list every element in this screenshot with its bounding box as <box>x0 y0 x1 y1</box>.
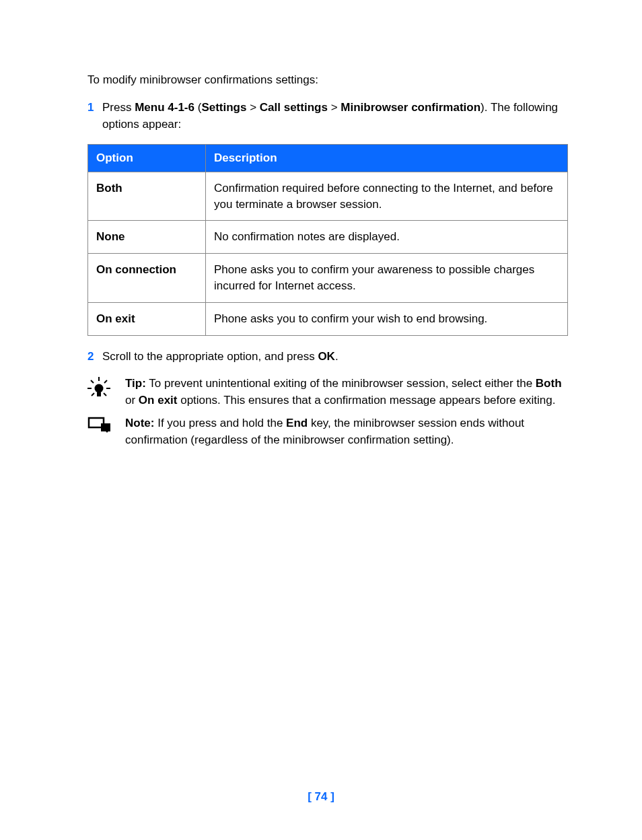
step-2: 2 Scroll to the appropriate option, and … <box>87 348 568 365</box>
tip-text: Tip: To prevent unintentional exiting of… <box>125 376 568 409</box>
opt-both: Both <box>536 377 562 390</box>
option-desc: No confirmation notes are displayed. <box>206 221 568 254</box>
svg-line-5 <box>92 393 94 396</box>
sep: > <box>328 101 341 114</box>
tip-label: Tip: <box>125 377 146 390</box>
table-header-row: Option Description <box>88 144 568 172</box>
tip-callout: Tip: To prevent unintentional exiting of… <box>87 376 568 409</box>
crumb-settings: Settings <box>201 101 246 114</box>
note-label: Note: <box>125 417 154 429</box>
note-callout: Note: If you press and hold the End key,… <box>87 415 568 448</box>
intro-text: To modify minibrowser confirmations sett… <box>87 72 568 88</box>
document-page: To modify minibrowser confirmations sett… <box>0 0 642 840</box>
table-row: None No confirmation notes are displayed… <box>88 221 568 254</box>
option-name: On exit <box>88 302 206 335</box>
col-option: Option <box>88 144 206 172</box>
note-icon <box>87 415 125 448</box>
text: Scroll to the appropriate option, and pr… <box>102 350 318 363</box>
tip-icon <box>87 376 125 409</box>
table-row: Both Confirmation required before connec… <box>88 172 568 221</box>
opt-on-exit: On exit <box>139 394 178 407</box>
text: options. This ensures that a confirmatio… <box>177 394 555 407</box>
step-number: 2 <box>87 348 102 365</box>
menu-code: Menu 4-1-6 <box>135 101 194 114</box>
step-1: 1 Press Menu 4-1-6 (Settings > Call sett… <box>87 99 568 133</box>
crumb-minibrowser: Minibrowser confirmation <box>341 101 480 114</box>
text: ( <box>194 101 201 114</box>
svg-point-7 <box>95 384 104 393</box>
options-table: Option Description Both Confirmation req… <box>87 144 568 336</box>
text: If you press and hold the <box>154 417 286 429</box>
option-desc: Phone asks you to confirm your awareness… <box>206 254 568 303</box>
svg-rect-8 <box>97 392 101 396</box>
col-description: Description <box>206 144 568 172</box>
page-number: [ 74 ] <box>0 790 642 804</box>
option-name: Both <box>88 172 206 221</box>
text: Press <box>102 101 135 114</box>
text: . <box>335 350 338 363</box>
step-body: Press Menu 4-1-6 (Settings > Call settin… <box>102 99 568 133</box>
end-key: End <box>286 417 308 429</box>
table-row: On connection Phone asks you to confirm … <box>88 254 568 303</box>
step-body: Scroll to the appropriate option, and pr… <box>102 348 568 365</box>
sep: > <box>246 101 259 114</box>
option-name: On connection <box>88 254 206 303</box>
option-desc: Confirmation required before connecting … <box>206 172 568 221</box>
svg-line-1 <box>91 380 94 383</box>
note-text: Note: If you press and hold the End key,… <box>125 415 568 448</box>
table-row: On exit Phone asks you to confirm your w… <box>88 302 568 335</box>
option-desc: Phone asks you to confirm your wish to e… <box>206 302 568 335</box>
svg-line-6 <box>104 393 106 396</box>
ok-key: OK <box>318 350 335 363</box>
step-number: 1 <box>87 99 102 133</box>
crumb-call-settings: Call settings <box>260 101 328 114</box>
svg-line-2 <box>104 380 107 383</box>
text: or <box>125 394 139 407</box>
option-name: None <box>88 221 206 254</box>
text: To prevent unintentional exiting of the … <box>146 377 536 390</box>
